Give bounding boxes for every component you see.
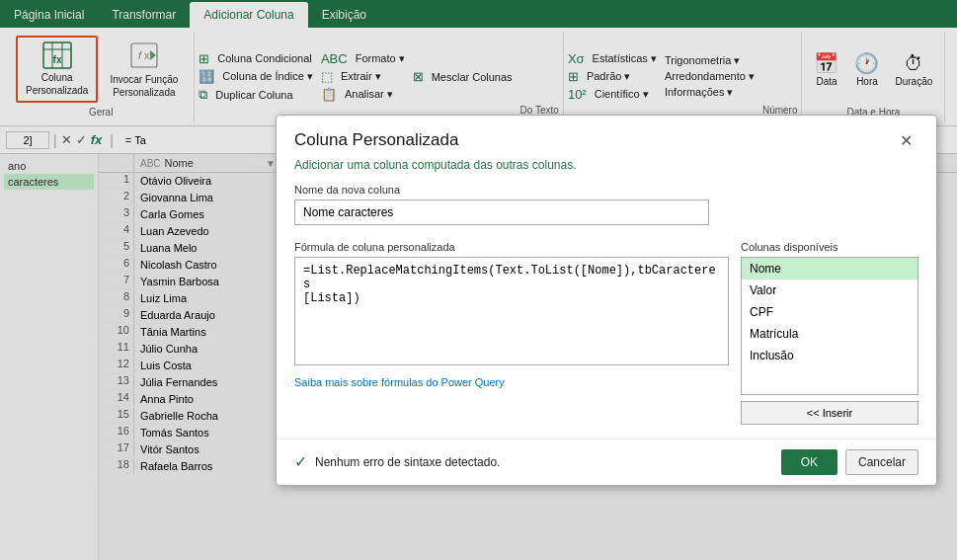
new-col-label: Nome da nova coluna [294,184,918,196]
cols-list-item[interactable]: CPF [742,301,917,323]
modal-close-button[interactable]: ✕ [894,129,918,152]
cols-list-item[interactable]: Nome [742,258,917,280]
cols-list-item[interactable]: Inclusão [742,345,917,366]
modal-dialog: Coluna Personalizada ✕ Adicionar uma col… [276,115,937,486]
modal-overlay: Coluna Personalizada ✕ Adicionar uma col… [0,0,957,560]
cancel-button[interactable]: Cancelar [845,449,918,475]
modal-subtitle: Adicionar uma coluna computada das outra… [294,158,918,172]
insert-button[interactable]: << Inserir [741,401,918,425]
learn-more-link[interactable]: Saiba mais sobre fórmulas do Power Query [294,376,505,388]
cols-list-item[interactable]: Valor [742,280,917,301]
available-columns-panel: Colunas disponíveis NomeValorCPFMatrícul… [741,241,918,425]
columns-list: NomeValorCPFMatrículaInclusão [741,257,918,395]
cols-list-item[interactable]: Matrícula [742,323,917,345]
modal-body: Adicionar uma coluna computada das outra… [277,158,936,439]
new-col-input[interactable] [294,200,709,225]
formula-area: Fórmula de coluna personalizada =List.Re… [294,241,729,425]
modal-footer: ✓ Nenhum erro de sintaxe detectado. OK C… [277,439,936,485]
modal-subtitle-text: Adicionar [294,158,347,172]
ok-button[interactable]: OK [781,449,837,475]
available-cols-label: Colunas disponíveis [741,241,918,253]
formula-textarea[interactable]: =List.ReplaceMatchingItems(Text.ToList([… [294,257,729,365]
modal-title: Coluna Personalizada [294,130,458,150]
check-icon: ✓ [294,452,307,471]
modal-footer-buttons: OK Cancelar [781,449,918,475]
no-error-text: Nenhum erro de sintaxe detectado. [315,455,500,469]
formula-label: Fórmula de coluna personalizada [294,241,729,253]
modal-subtitle-link: uma coluna computada das outras colunas. [347,158,576,172]
modal-header: Coluna Personalizada ✕ [277,116,936,158]
modal-columns: Fórmula de coluna personalizada =List.Re… [294,241,918,425]
